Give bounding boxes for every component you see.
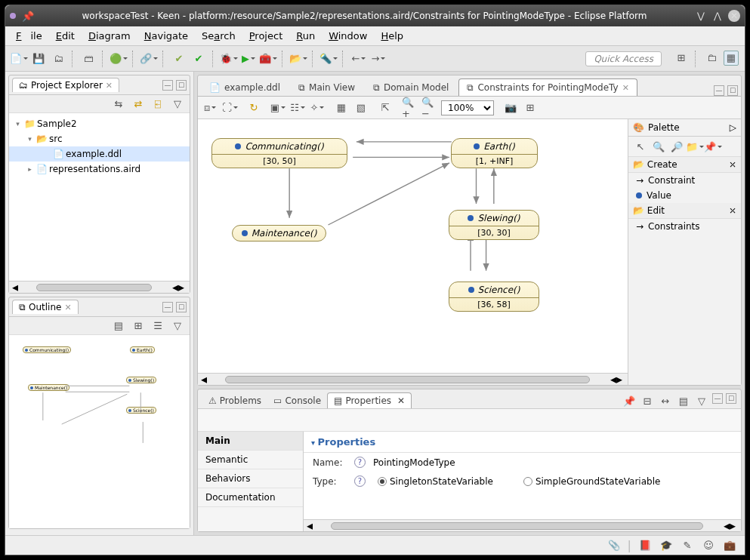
menu-help[interactable]: Help [376,29,408,43]
nav-props-button[interactable]: ↔ [658,393,673,408]
tab-console[interactable]: ▭Console [267,393,327,408]
palette-header[interactable]: 🎨 Palette ▷ [628,119,741,137]
save-all-button[interactable]: 🗂 [51,51,66,66]
outline-mode3-button[interactable]: ☰ [150,318,165,334]
tab-main-view[interactable]: ⧉Main View [290,78,363,96]
name-value[interactable]: PointingModeType [373,457,732,468]
minimize-editor-button[interactable]: — [714,85,724,96]
project-tree[interactable]: ▾📁Sample2 ▾📂src 📄example.ddl ▸📄represent… [9,113,190,281]
connect-button[interactable]: 🔗 [141,51,156,66]
tree-props-button[interactable]: ⊟ [640,393,655,408]
back-button[interactable]: ← [351,51,366,66]
menu-run[interactable]: Run [292,29,319,43]
maximize-view-button[interactable]: ☐ [176,302,187,312]
props-nav-semantic[interactable]: Semantic [198,451,303,469]
quick-access-input[interactable]: Quick Access [585,51,662,66]
view-menu-button[interactable]: ▽ [170,97,185,112]
zoom-out-button[interactable]: 🔍− [421,100,437,115]
palette-item-value[interactable]: Value [628,188,741,203]
status-tip-icon[interactable]: 📎 [606,538,622,553]
layers-filter-button[interactable]: ▣ [270,100,285,115]
diagram-canvas[interactable]: Communicating() [30, 50] Earth() [1, +IN… [198,119,628,373]
collapse-all-button[interactable]: ⇆ [111,97,126,112]
persp-2-button[interactable]: ▦ [724,51,739,66]
minimize-view-button[interactable]: — [162,302,173,312]
view-menu-button[interactable]: ▽ [694,393,709,408]
generic-tool[interactable]: 📌 [705,139,721,154]
status-grad-icon[interactable]: 🎓 [659,538,674,553]
maximize-editor-button[interactable]: ☐ [727,85,738,96]
status-edit-icon[interactable]: ✎ [680,538,695,553]
debug-button[interactable]: 🐞 [221,51,236,66]
export-button[interactable]: ⇱ [378,100,393,115]
tree-item-example-ddl[interactable]: 📄example.ddl [9,146,190,162]
props-scrollbar-x[interactable]: ◂◂▸ [304,519,741,531]
help-icon[interactable]: ? [354,457,366,468]
tree-item-representations[interactable]: ▸📄representations.aird [9,162,190,177]
tab-constraints[interactable]: ⧉Constraints for PointingModeTy✕ [458,78,637,96]
properties-section-title[interactable]: Properties [304,432,741,453]
menu-file[interactable]: File [11,29,47,43]
outline-mode2-button[interactable]: ⊞ [131,318,146,334]
canvas-scrollbar-x[interactable]: ◂◂▸ [198,373,628,385]
radio-singleton[interactable]: SingletonStateVariable [378,476,493,487]
zoom-in-button[interactable]: 🔍+ [402,100,417,115]
node-science[interactable]: Science() [36, 58] [449,282,539,312]
refresh-button[interactable]: 🟢 [111,51,126,66]
filter-focus-button[interactable]: ⍇ [150,97,165,112]
status-book-icon[interactable]: 📕 [637,538,653,553]
maximize-button[interactable]: ⋀ [711,10,724,22]
arrange-button[interactable]: ⧈ [202,100,218,115]
close-icon[interactable]: ✕ [106,81,113,91]
layers-button[interactable]: 🗃 [81,51,96,66]
radio-simpleground[interactable]: SimpleGroundStateVariable [523,476,660,487]
select-button[interactable]: ⛶ [222,100,237,115]
hide-button[interactable]: ▦ [334,100,349,115]
props-nav-main[interactable]: Main [198,432,303,451]
palette-section-create[interactable]: 📂 Create⤫ [628,157,741,173]
refresh-diagram-button[interactable]: ↻ [246,100,261,115]
help-icon[interactable]: ? [354,475,366,487]
palette-item-constraints[interactable]: →Constraints [628,219,741,234]
tab-properties[interactable]: ▤Properties✕ [327,392,412,408]
search-button[interactable]: 🔦 [321,51,336,66]
outline-tab[interactable]: ⧉ Outline ✕ [12,300,79,314]
close-icon[interactable]: ✕ [64,303,71,312]
note-tool[interactable]: 📁 [687,139,702,154]
menu-props-button[interactable]: ▤ [676,393,691,408]
maximize-view-button[interactable]: ☐ [726,393,736,404]
node-earth[interactable]: Earth() [1, +INF] [451,138,538,168]
menu-window[interactable]: Window [324,29,372,43]
palette-item-constraint[interactable]: →Constraint [628,173,741,188]
layout-button[interactable]: ⊞ [523,100,538,115]
close-button[interactable]: ✕ [728,10,740,22]
persp-1-button[interactable]: 🗀 [704,51,719,66]
show-button[interactable]: ▧ [353,100,369,115]
pin-button[interactable]: ✧ [310,100,325,115]
pin-props-button[interactable]: 📌 [622,393,637,408]
forward-button[interactable]: → [371,51,386,66]
open-perspective-button[interactable]: ⊞ [674,51,689,66]
tab-domain-model[interactable]: ⧉Domain Model [365,78,457,96]
validate-button[interactable]: ✔ [171,51,187,66]
tree-item-src[interactable]: ▾📂src [9,131,190,146]
outline-menu-button[interactable]: ▽ [170,318,185,334]
tab-problems[interactable]: ⚠Problems [202,393,267,408]
pin-icon[interactable]: 📌 [22,11,34,22]
close-icon[interactable]: ✕ [622,83,629,93]
node-slewing[interactable]: Slewing() [30, 30] [449,210,539,240]
filters-button[interactable]: ☷ [290,100,305,115]
tree-scrollbar-x[interactable]: ◂◂▸ [9,281,190,293]
maximize-view-button[interactable]: ☐ [176,80,187,91]
new-button[interactable]: 📄 [11,51,26,66]
palette-section-edit[interactable]: 📂 Edit⤫ [628,203,741,219]
node-communicating[interactable]: Communicating() [30, 50] [211,138,347,168]
status-smile-icon[interactable]: ☺ [701,538,716,553]
menu-project[interactable]: Project [245,29,288,43]
run-config-button[interactable]: 🧰 [261,51,276,66]
zoom-in-tool[interactable]: 🔍 [651,139,666,154]
close-icon[interactable]: ✕ [397,395,405,406]
project-explorer-tab[interactable]: 🗂 Project Explorer ✕ [12,78,119,92]
outline-mode1-button[interactable]: ▤ [111,318,126,334]
menu-diagram[interactable]: Diagram [84,29,135,43]
